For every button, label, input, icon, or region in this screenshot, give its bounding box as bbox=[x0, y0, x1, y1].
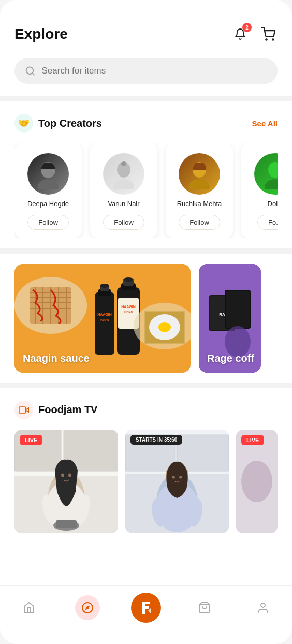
svg-text:NAAGIN: NAAGIN bbox=[121, 305, 136, 309]
svg-point-1 bbox=[272, 39, 273, 40]
featured-section: NAAGIN INDIAN NAAGIN INDIAN bbox=[0, 254, 292, 383]
foodjam-title-row: Foodjam TV bbox=[14, 401, 97, 419]
notification-button[interactable]: 2 bbox=[231, 25, 250, 43]
svg-text:RA: RA bbox=[219, 312, 225, 317]
cart-icon bbox=[261, 27, 275, 41]
section-title-row: 🤝 Top Creators bbox=[14, 114, 102, 133]
live-badge-1: LIVE bbox=[20, 435, 42, 445]
creators-list: Deepa Hegde Follow Varun Nair Follow bbox=[14, 143, 278, 238]
foodjam-tv-title: Foodjam TV bbox=[38, 404, 97, 416]
svg-point-10 bbox=[189, 179, 210, 189]
live-badge-3: LIVE bbox=[241, 435, 264, 445]
svg-point-83 bbox=[261, 603, 265, 607]
foodjam-tv-icon bbox=[14, 401, 33, 419]
page-title: Explore bbox=[14, 26, 68, 42]
nav-item-shop[interactable] bbox=[190, 593, 219, 622]
stream-thumbnail-1 bbox=[14, 430, 118, 533]
stream1-svg bbox=[14, 430, 118, 533]
svg-point-0 bbox=[266, 39, 267, 40]
svg-point-34 bbox=[123, 277, 134, 282]
creator-name: Deepa Hegde bbox=[27, 200, 69, 209]
follow-button-ruchika[interactable]: Follow bbox=[179, 215, 220, 230]
creator-name: Dolly bbox=[268, 200, 278, 209]
svg-point-60 bbox=[68, 473, 71, 477]
ruchika-avatar-svg bbox=[186, 158, 212, 189]
creator-avatar-ruchika bbox=[179, 153, 220, 195]
svg-text:INDIAN: INDIAN bbox=[124, 311, 133, 314]
svg-marker-81 bbox=[85, 606, 89, 610]
search-input[interactable] bbox=[41, 66, 267, 76]
svg-point-12 bbox=[265, 179, 278, 189]
creator-avatar-dolly bbox=[254, 153, 278, 195]
explore-active-bg bbox=[75, 595, 100, 620]
featured-scroll: NAAGIN INDIAN NAAGIN INDIAN bbox=[14, 264, 278, 373]
cart-button[interactable] bbox=[259, 25, 278, 43]
svg-point-8 bbox=[121, 161, 126, 166]
creator-card: Dolly Fo... bbox=[241, 143, 278, 238]
svg-point-74 bbox=[172, 476, 175, 478]
svg-rect-48 bbox=[226, 291, 250, 328]
search-bar[interactable] bbox=[14, 58, 278, 84]
header: Explore 2 bbox=[0, 0, 292, 54]
svg-point-59 bbox=[61, 473, 64, 477]
follow-button-dolly[interactable]: Fo... bbox=[257, 215, 278, 230]
featured-card-rage[interactable]: RA Rage coff bbox=[199, 264, 261, 373]
svg-rect-25 bbox=[95, 292, 114, 355]
tv-stream-card[interactable]: LIVE bbox=[236, 430, 278, 533]
creator-avatar-varun bbox=[103, 153, 144, 195]
follow-button-deepa[interactable]: Follow bbox=[27, 215, 69, 230]
varun-avatar-svg bbox=[111, 158, 137, 189]
creator-name: Ruchika Mehta bbox=[177, 200, 222, 209]
top-creators-icon: 🤝 bbox=[14, 114, 33, 133]
nav-item-home[interactable] bbox=[14, 593, 43, 622]
camera-icon bbox=[19, 405, 29, 415]
follow-button-varun[interactable]: Follow bbox=[103, 215, 144, 230]
starts-badge: STARTS IN 35:60 bbox=[130, 435, 182, 445]
nav-item-foodjam[interactable] bbox=[131, 593, 161, 623]
featured-label-rage: Rage coff bbox=[207, 353, 254, 364]
creator-card: Deepa Hegde Follow bbox=[14, 143, 82, 238]
stream3-svg bbox=[236, 430, 278, 533]
creator-card: Ruchika Mehta Follow bbox=[166, 143, 233, 238]
nav-item-profile[interactable] bbox=[249, 593, 278, 622]
header-actions: 2 bbox=[231, 25, 278, 43]
svg-point-79 bbox=[241, 461, 272, 502]
creator-card: Varun Nair Follow bbox=[90, 143, 157, 238]
tv-stream-card[interactable]: STARTS IN 35:60 bbox=[125, 430, 229, 533]
explore-icon bbox=[81, 602, 94, 614]
svg-point-5 bbox=[38, 179, 59, 189]
foodjam-tv-header: Foodjam TV bbox=[14, 401, 278, 419]
top-creators-header: 🤝 Top Creators See All bbox=[14, 114, 278, 133]
deepa-avatar-svg bbox=[35, 158, 61, 189]
search-section bbox=[0, 54, 292, 96]
creator-name: Varun Nair bbox=[108, 200, 139, 209]
foodjam-logo-icon bbox=[138, 599, 154, 616]
divider-3 bbox=[0, 383, 292, 388]
divider-1 bbox=[0, 96, 292, 101]
profile-icon bbox=[257, 602, 269, 614]
creator-avatar-deepa bbox=[27, 153, 69, 195]
tv-streams-list: LIVE bbox=[14, 430, 278, 533]
svg-point-42 bbox=[158, 322, 171, 332]
tv-stream-card[interactable]: LIVE bbox=[14, 430, 118, 533]
svg-point-11 bbox=[268, 162, 278, 178]
nav-item-explore[interactable] bbox=[73, 593, 102, 622]
top-creators-title: Top Creators bbox=[38, 118, 102, 129]
foodjam-tv-section: Foodjam TV bbox=[0, 388, 292, 544]
svg-text:NAAGIN: NAAGIN bbox=[97, 313, 112, 316]
home-icon bbox=[23, 602, 35, 614]
stream-thumbnail-2 bbox=[125, 430, 229, 533]
svg-rect-70 bbox=[177, 435, 229, 471]
bag-icon bbox=[198, 602, 211, 614]
bottom-nav bbox=[0, 585, 292, 635]
stream-thumbnail-3 bbox=[236, 430, 278, 533]
top-creators-section: 🤝 Top Creators See All Deepa Hegde Follo… bbox=[0, 101, 292, 248]
svg-text:INDIAN: INDIAN bbox=[100, 318, 109, 321]
featured-card-naagin[interactable]: NAAGIN INDIAN NAAGIN INDIAN bbox=[14, 264, 191, 373]
dolly-avatar-svg bbox=[262, 158, 278, 189]
svg-rect-50 bbox=[19, 407, 26, 413]
divider-2 bbox=[0, 248, 292, 254]
featured-label-naagin: Naagin sauce bbox=[23, 353, 90, 364]
see-all-link[interactable]: See All bbox=[252, 119, 278, 128]
svg-rect-64 bbox=[56, 520, 77, 528]
